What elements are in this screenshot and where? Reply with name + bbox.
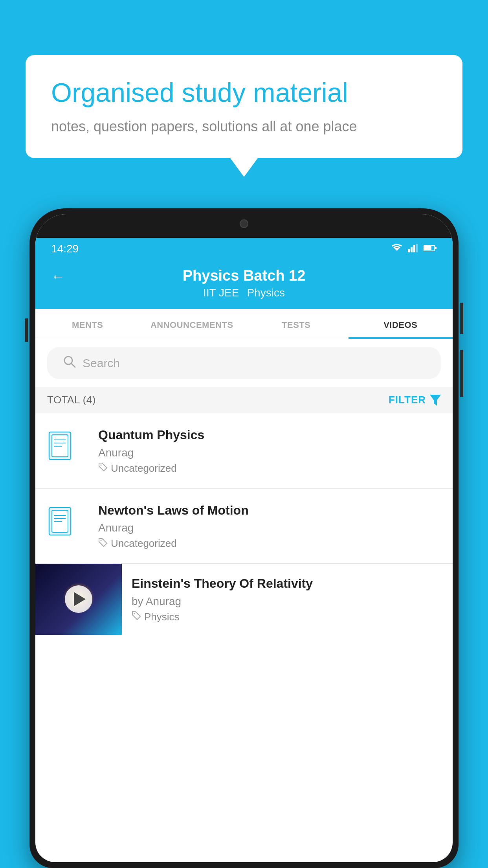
video-thumbnail-einstein — [35, 564, 122, 635]
video-tag-newton: Uncategorized — [98, 537, 441, 550]
search-bar[interactable]: Search — [47, 347, 441, 379]
tab-announcements[interactable]: ANNOUNCEMENTS — [140, 309, 244, 339]
filter-label: FILTER — [389, 394, 426, 406]
search-icon — [63, 355, 76, 371]
search-placeholder: Search — [83, 357, 120, 370]
file-icon-quantum — [47, 429, 79, 464]
svg-rect-6 — [424, 246, 431, 250]
battery-icon — [424, 245, 437, 253]
header-title: Physics Batch 12 — [183, 267, 306, 284]
notch-area — [35, 214, 453, 238]
file-icon-newton — [47, 504, 79, 540]
speech-bubble: Organised study material notes, question… — [26, 55, 462, 158]
filter-button[interactable]: FILTER — [389, 394, 441, 406]
tag-svg-einstein — [132, 611, 141, 620]
play-button-einstein[interactable] — [65, 585, 92, 613]
video-icon-area-quantum — [47, 429, 86, 466]
status-bar: 14:29 — [35, 238, 453, 259]
status-time: 14:29 — [51, 243, 79, 255]
wifi-icon — [391, 244, 403, 254]
status-icons — [391, 244, 437, 254]
svg-point-16 — [101, 465, 102, 466]
video-title-quantum: Quantum Physics — [98, 427, 441, 443]
svg-point-22 — [101, 540, 102, 541]
header-subtitle: IIT JEE Physics — [203, 287, 285, 299]
svg-rect-7 — [435, 247, 437, 249]
video-info-newton: Newton's Laws of Motion Anurag Uncategor… — [98, 502, 441, 550]
filter-icon — [430, 395, 441, 406]
filter-row: TOTAL (4) FILTER — [35, 387, 453, 413]
play-icon — [74, 592, 86, 606]
back-button[interactable]: ← — [51, 268, 65, 285]
video-icon-area-newton — [47, 504, 86, 541]
tag-text-quantum: Uncategorized — [111, 462, 177, 474]
app-header: ← Physics Batch 12 IIT JEE Physics — [35, 259, 453, 309]
tag-svg-newton — [98, 538, 108, 547]
svg-rect-1 — [408, 249, 410, 252]
video-author-einstein: by Anurag — [132, 595, 443, 608]
svg-line-9 — [72, 364, 75, 367]
phone-frame: 14:29 — [29, 208, 459, 868]
header-tag-iitjee: IIT JEE — [203, 287, 239, 299]
tag-text-einstein: Physics — [144, 611, 180, 623]
svg-marker-0 — [394, 248, 400, 251]
tabs-container: MENTS ANNOUNCEMENTS TESTS VIDEOS — [35, 309, 453, 339]
video-title-einstein: Einstein's Theory Of Relativity — [132, 576, 443, 592]
svg-rect-4 — [416, 244, 418, 252]
power-button-top — [460, 303, 463, 334]
video-item-einstein[interactable]: Einstein's Theory Of Relativity by Anura… — [35, 564, 453, 635]
phone-notch — [216, 214, 272, 233]
camera — [240, 219, 248, 228]
tab-videos[interactable]: VIDEOS — [349, 309, 453, 339]
svg-marker-10 — [430, 395, 441, 406]
bubble-subtitle: notes, question papers, solutions all at… — [51, 117, 437, 136]
video-item-newton[interactable]: Newton's Laws of Motion Anurag Uncategor… — [35, 489, 453, 564]
tag-icon-quantum — [98, 462, 108, 474]
speech-bubble-container: Organised study material notes, question… — [26, 55, 462, 158]
svg-rect-3 — [413, 245, 415, 252]
tag-text-newton: Uncategorized — [111, 537, 177, 550]
search-container: Search — [35, 339, 453, 387]
video-author-quantum: Anurag — [98, 447, 441, 459]
svg-rect-2 — [411, 247, 413, 252]
tab-ments[interactable]: MENTS — [35, 309, 140, 339]
svg-point-23 — [134, 613, 135, 614]
video-title-newton: Newton's Laws of Motion — [98, 502, 441, 519]
volume-button — [25, 318, 28, 342]
video-tag-einstein: Physics — [132, 611, 443, 623]
phone-screen: 14:29 — [35, 214, 453, 862]
video-tag-quantum: Uncategorized — [98, 462, 441, 474]
total-count: TOTAL (4) — [47, 394, 96, 406]
video-author-newton: Anurag — [98, 522, 441, 534]
video-item-quantum[interactable]: Quantum Physics Anurag Uncategorized — [35, 413, 453, 489]
video-info-quantum: Quantum Physics Anurag Uncategorized — [98, 427, 441, 474]
tag-icon-einstein — [132, 611, 141, 623]
power-button-bottom — [460, 350, 463, 397]
tag-icon-newton — [98, 538, 108, 550]
tag-svg-quantum — [98, 462, 108, 472]
header-tag-physics: Physics — [247, 287, 284, 299]
tab-tests[interactable]: TESTS — [244, 309, 349, 339]
bubble-title: Organised study material — [51, 77, 437, 109]
video-list: Quantum Physics Anurag Uncategorized — [35, 413, 453, 635]
video-info-einstein: Einstein's Theory Of Relativity by Anura… — [122, 564, 453, 635]
signal-icon — [408, 244, 419, 254]
